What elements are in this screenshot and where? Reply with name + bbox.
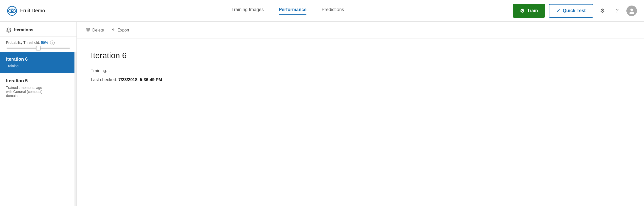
quick-test-check-icon: ✓ <box>556 8 560 14</box>
tab-predictions[interactable]: Predictions <box>321 7 344 15</box>
iterations-label-area: Iterations <box>6 27 70 33</box>
main-content: Delete Export Iteration 6 Training... La… <box>77 22 644 206</box>
tab-training-images[interactable]: Training Images <box>231 7 264 15</box>
svg-point-2 <box>12 10 13 11</box>
app-header: Fruit Demo Training Images Performance P… <box>0 0 644 22</box>
slider-track <box>7 48 70 49</box>
settings-button[interactable]: ⚙ <box>597 6 608 16</box>
nav-tabs: Training Images Performance Predictions <box>62 7 513 15</box>
iteration-item-6[interactable]: Iteration 6 Training... <box>0 52 76 73</box>
tab-performance[interactable]: Performance <box>279 7 306 15</box>
iteration-item-5[interactable]: Iteration 5 Trained : moments agowith Ge… <box>0 73 76 103</box>
sidebar: Iterations Probability Threshold: 50% i … <box>0 22 77 206</box>
layers-icon <box>6 27 12 33</box>
export-label: Export <box>117 28 129 32</box>
training-status-text: Training... <box>91 68 630 73</box>
svg-point-4 <box>629 12 634 14</box>
last-checked-row: Last checked: 7/23/2018, 5:36:49 PM <box>91 77 630 82</box>
settings-icon: ⚙ <box>600 8 605 14</box>
app-title: Fruit Demo <box>20 8 45 14</box>
help-icon: ? <box>616 8 619 14</box>
export-icon <box>111 27 115 33</box>
train-label: Train <box>527 8 538 13</box>
sidebar-header: Iterations <box>0 22 76 37</box>
iteration-6-title: Iteration 6 <box>6 57 70 62</box>
prob-info-icon[interactable]: i <box>50 41 55 45</box>
content-area: Iteration 6 Training... Last checked: 7/… <box>77 39 644 206</box>
prob-label-row: Probability Threshold: 50% i <box>6 41 70 45</box>
help-button[interactable]: ? <box>612 6 622 16</box>
toolbar: Delete Export <box>77 22 644 39</box>
prob-slider-container <box>6 48 70 49</box>
svg-point-3 <box>630 9 633 11</box>
avatar[interactable] <box>626 6 637 16</box>
last-checked-label: Last checked: <box>91 77 117 82</box>
delete-label: Delete <box>92 28 104 32</box>
iterations-label: Iterations <box>14 27 33 32</box>
logo-area: Fruit Demo <box>7 6 62 16</box>
prob-value: 50% <box>41 41 48 45</box>
quick-test-button[interactable]: ✓ Quick Test <box>549 4 593 18</box>
app-logo-icon <box>7 6 17 16</box>
slider-thumb[interactable] <box>36 46 41 50</box>
train-gear-icon: ⚙ <box>520 8 525 14</box>
delete-button[interactable]: Delete <box>86 26 104 34</box>
iteration-detail-title: Iteration 6 <box>91 51 630 60</box>
svg-rect-5 <box>87 28 89 28</box>
sidebar-iterations-list: Iteration 6 Training... Iteration 5 Trai… <box>0 52 76 206</box>
last-checked-time: 7/23/2018, 5:36:49 PM <box>118 77 162 82</box>
quick-test-label: Quick Test <box>563 8 586 13</box>
export-button[interactable]: Export <box>111 26 129 34</box>
iteration-5-subtitle: Trained : moments agowith General (compa… <box>6 86 70 98</box>
sidebar-scrollbar[interactable] <box>74 52 76 206</box>
main-layout: Iterations Probability Threshold: 50% i … <box>0 22 644 206</box>
delete-icon <box>86 27 90 33</box>
prob-label-text: Probability Threshold: <box>6 41 40 45</box>
svg-rect-6 <box>86 28 90 28</box>
train-button[interactable]: ⚙ Train <box>513 4 545 18</box>
iteration-6-subtitle: Training... <box>6 64 70 68</box>
svg-point-1 <box>11 9 14 12</box>
iteration-5-title: Iteration 5 <box>6 78 70 84</box>
probability-section: Probability Threshold: 50% i <box>0 37 76 52</box>
header-actions: ⚙ Train ✓ Quick Test ⚙ ? <box>513 4 637 18</box>
